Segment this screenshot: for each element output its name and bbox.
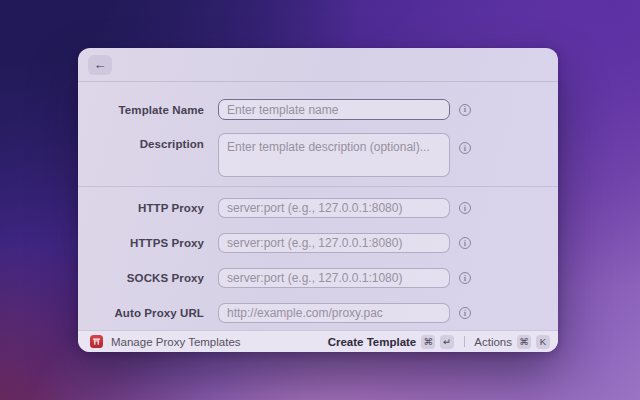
http-proxy-input[interactable] xyxy=(218,198,450,218)
https-proxy-input[interactable] xyxy=(218,233,450,253)
info-icon: i xyxy=(459,104,471,116)
info-icon: i xyxy=(459,307,471,319)
socks-proxy-label: SOCKS Proxy xyxy=(92,272,204,284)
info-icon: i xyxy=(459,237,471,249)
form-row-https-proxy: HTTPS Proxy i xyxy=(78,233,558,253)
k-key-icon: K xyxy=(536,335,550,349)
description-label: Description xyxy=(92,138,204,150)
create-template-action[interactable]: Create Template ⌘ ↵ xyxy=(328,335,455,349)
cmd-key-icon: ⌘ xyxy=(421,335,435,349)
section-divider xyxy=(78,186,558,187)
info-icon: i xyxy=(459,142,471,154)
auto-proxy-url-input[interactable] xyxy=(218,303,450,323)
footer-app-name: Manage Proxy Templates xyxy=(111,336,241,348)
actions-label: Actions xyxy=(474,336,512,348)
template-name-input[interactable] xyxy=(218,99,450,120)
manage-proxy-templates-window: ← Template Name i Description i HTTP Pro… xyxy=(78,48,558,352)
socks-proxy-input[interactable] xyxy=(218,268,450,288)
template-name-label: Template Name xyxy=(92,104,204,116)
actions-menu-button[interactable]: Actions ⌘ K xyxy=(474,335,550,349)
create-template-label: Create Template xyxy=(328,336,417,348)
http-proxy-label: HTTP Proxy xyxy=(92,202,204,214)
back-button[interactable]: ← xyxy=(88,55,112,75)
description-textarea[interactable] xyxy=(218,133,450,177)
https-proxy-label: HTTPS Proxy xyxy=(92,237,204,249)
form-row-http-proxy: HTTP Proxy i xyxy=(78,198,558,218)
back-arrow-icon: ← xyxy=(94,58,107,71)
extension-app-icon xyxy=(90,335,103,348)
enter-key-icon: ↵ xyxy=(440,335,454,349)
form-row-socks-proxy: SOCKS Proxy i xyxy=(78,268,558,288)
template-form: Template Name i Description i HTTP Proxy xyxy=(78,82,558,323)
form-row-description: Description i xyxy=(78,133,558,177)
info-icon: i xyxy=(459,272,471,284)
auto-proxy-url-label: Auto Proxy URL xyxy=(92,307,204,319)
form-row-template-name: Template Name i xyxy=(78,99,558,120)
action-bar: Manage Proxy Templates Create Template ⌘… xyxy=(78,330,558,352)
cmd-key-icon: ⌘ xyxy=(517,335,531,349)
info-icon: i xyxy=(459,202,471,214)
torii-gate-icon xyxy=(92,337,101,346)
footer-divider xyxy=(464,336,465,347)
form-row-auto-proxy-url: Auto Proxy URL i xyxy=(78,303,558,323)
window-header: ← xyxy=(78,48,558,82)
